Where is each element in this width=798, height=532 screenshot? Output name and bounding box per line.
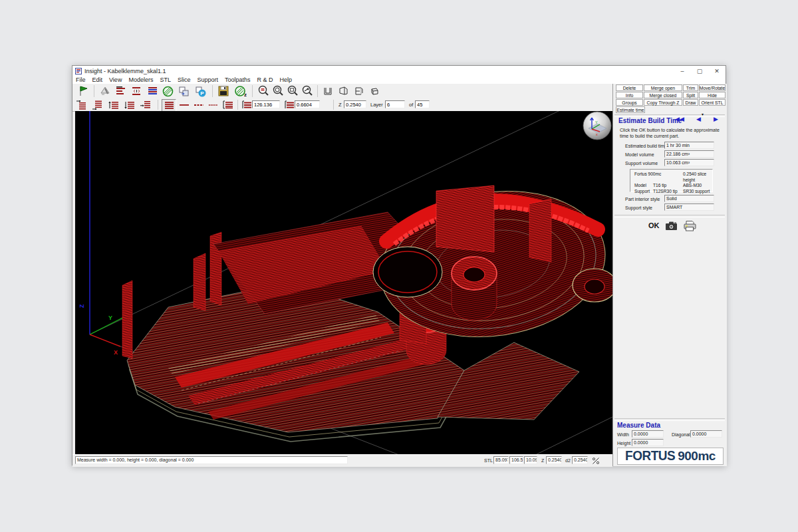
paste-group-icon: P (195, 86, 206, 97)
toolpath-stack-icon (164, 101, 174, 110)
layer-total-field[interactable] (415, 100, 430, 108)
support-volume-field[interactable] (664, 159, 714, 166)
paste-group-button[interactable]: P (194, 84, 207, 98)
z-height-field[interactable] (344, 100, 366, 108)
layer-go-button[interactable] (139, 99, 152, 110)
view-iso-button[interactable] (367, 84, 381, 98)
axis-triad: Z Y X (78, 111, 125, 356)
part-model[interactable] (122, 177, 612, 442)
layer-last-icon (92, 100, 103, 110)
zoom-dynamic-button[interactable] (300, 84, 314, 98)
window-title: Insight - Kabelklemme_skal1.1 (84, 68, 166, 74)
support-style-label: Support style (625, 205, 652, 210)
estimated-build-time-field[interactable] (664, 142, 714, 149)
menu-rd[interactable]: R & D (254, 76, 277, 84)
layer-down-button[interactable] (123, 99, 136, 110)
menu-slice[interactable]: Slice (174, 76, 194, 84)
layer-first-button[interactable] (75, 99, 88, 110)
part-interior-style-field[interactable] (664, 195, 714, 202)
estimate-time-button[interactable]: Estimate time (616, 106, 645, 113)
measure-height-label: Height (617, 441, 630, 446)
custom-group-button[interactable] (114, 84, 128, 98)
toolpath-stack-button[interactable] (162, 99, 176, 112)
units-icon[interactable] (592, 457, 600, 465)
line-solid-button[interactable] (178, 99, 191, 110)
copy-through-z-button[interactable]: Copy Through Z (644, 99, 682, 106)
modeler-edit-icon (100, 86, 110, 96)
close-button[interactable]: ✕ (712, 68, 722, 74)
layer-go-icon (140, 100, 151, 110)
measure-width-field[interactable] (632, 430, 664, 438)
measure-height-field[interactable] (632, 439, 664, 446)
copy-group-button[interactable] (177, 84, 191, 98)
toolbar-separator (94, 85, 94, 97)
merge-open-button[interactable]: Merge open (644, 84, 682, 91)
viewport-3d[interactable]: Z Y X (75, 111, 612, 454)
zoom-extents-button[interactable] (271, 84, 285, 98)
menu-support[interactable]: Support (194, 76, 221, 84)
minimize-button[interactable]: – (678, 68, 687, 74)
contour-width-button[interactable] (240, 99, 253, 110)
print-icon[interactable] (683, 220, 697, 231)
move-rotate-button[interactable]: Move/Rotate (699, 84, 726, 91)
ok-button[interactable]: OK (648, 221, 660, 229)
info-button[interactable]: Info (616, 92, 643, 98)
menu-help[interactable]: Help (277, 76, 296, 84)
maximize-button[interactable]: ▢ (695, 68, 704, 74)
support-style-field[interactable] (664, 203, 714, 211)
view-top-button[interactable] (336, 84, 350, 98)
save-button[interactable] (216, 84, 230, 98)
line-dashed-button[interactable] (192, 99, 205, 110)
model-volume-field[interactable] (664, 150, 714, 158)
nav-caret-icon[interactable]: ▾ (702, 112, 704, 116)
layer-up-button[interactable] (107, 99, 120, 110)
menu-modelers[interactable]: Modelers (125, 76, 156, 84)
zoom-in-button[interactable] (256, 84, 270, 98)
menu-edit[interactable]: Edit (89, 76, 106, 84)
title-bar[interactable]: Insight - Kabelklemme_skal1.1 – ▢ ✕ (72, 66, 726, 76)
hide-button[interactable]: Hide (699, 92, 726, 98)
raster-width-button[interactable] (283, 99, 296, 110)
snapshot-camera-icon[interactable] (665, 220, 678, 231)
menu-view[interactable]: View (106, 76, 125, 84)
left-column: P z (72, 84, 612, 466)
layer-last-button[interactable] (91, 99, 104, 110)
zoom-window-button[interactable] (285, 84, 299, 98)
split-button[interactable]: Split (683, 92, 698, 98)
y-axis-label: Y (108, 315, 112, 321)
fortus-model-text: 900mc (678, 449, 716, 464)
menu-stl[interactable]: STL (156, 76, 174, 84)
raster-width-field[interactable] (295, 100, 320, 108)
measure-diagonal-field[interactable] (690, 430, 722, 438)
insert-pause-button[interactable] (130, 84, 144, 98)
layer-number-field[interactable] (385, 100, 405, 108)
line-dotted-button[interactable] (207, 99, 220, 110)
nav-next-icon[interactable]: ▶ (714, 116, 718, 122)
delete-button[interactable]: Delete (616, 84, 643, 91)
draw-button[interactable]: Draw (683, 99, 698, 106)
merge-closed-button[interactable]: Merge closed (644, 92, 682, 98)
menu-file[interactable]: File (72, 76, 89, 84)
status-z-box: 0.2540 (546, 456, 562, 464)
support-lines-button[interactable] (146, 84, 160, 98)
orient-stl-button[interactable]: Orient STL (699, 99, 726, 106)
insight-window: Insight - Kabelklemme_skal1.1 – ▢ ✕ File… (72, 65, 726, 466)
machine-config-box: Fortus 900mc 0.2540 slice height Model T… (630, 169, 713, 192)
modeler-edit-button[interactable] (98, 84, 112, 98)
toolpath-bracket-button[interactable] (221, 99, 235, 110)
flag-button[interactable] (76, 84, 90, 98)
orientation-ball[interactable]: Y x (583, 112, 611, 140)
config-model-label: Model (634, 183, 653, 189)
groups-button[interactable]: Groups (616, 99, 643, 106)
shaded-toolpath-icon (162, 86, 174, 97)
view-bottom-button[interactable] (321, 84, 335, 98)
nav-first-icon[interactable]: ◀◀ (675, 116, 684, 122)
layer-up-icon (108, 100, 119, 110)
view-front-button[interactable] (352, 84, 366, 98)
nav-prev-icon[interactable]: ◀ (696, 116, 701, 122)
shaded-z-button[interactable]: z (233, 84, 247, 98)
trim-button[interactable]: Trim (683, 84, 698, 91)
shaded-toolpath-button[interactable] (161, 84, 175, 98)
contour-width-field[interactable] (252, 100, 280, 108)
menu-toolpaths[interactable]: Toolpaths (221, 76, 254, 84)
